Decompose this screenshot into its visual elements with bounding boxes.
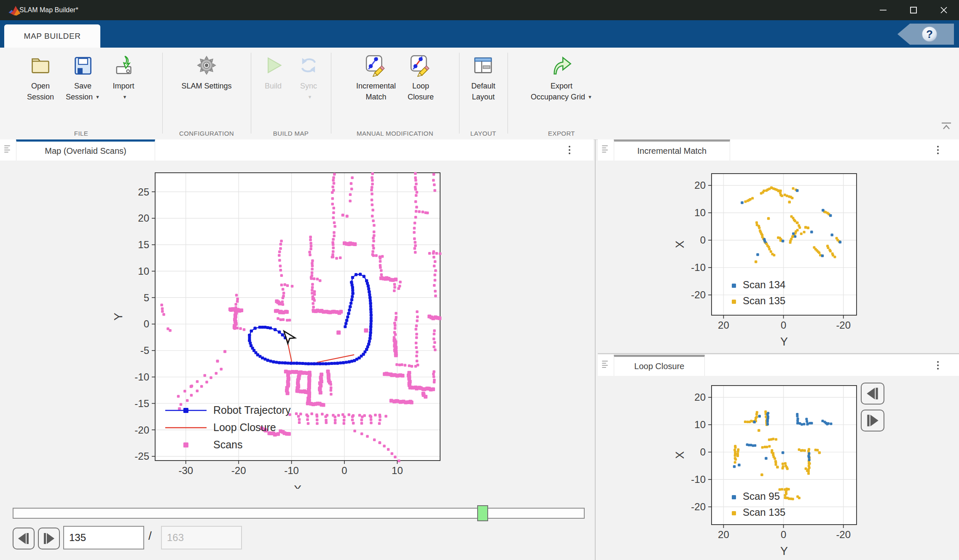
svg-text:-20: -20	[836, 319, 851, 331]
incremental-panel-menu-icon[interactable]	[932, 144, 943, 156]
incremental-panel-tabstrip: Incremental Match	[598, 139, 959, 161]
svg-text:X: X	[674, 241, 686, 248]
loop-panel-tabstrip: Loop Closure	[598, 355, 959, 376]
layout-icon	[471, 54, 495, 77]
map-plot[interactable]: -30-20-10010-25-20-15-10-50510152025XYRo…	[0, 161, 594, 489]
svg-text:Loop Closure: Loop Closure	[213, 421, 276, 433]
panel-grip-icon[interactable]	[602, 145, 609, 153]
svg-text:Scan 134: Scan 134	[743, 279, 785, 290]
svg-text:5: 5	[144, 292, 149, 303]
dropdown-arrow-icon: ▼	[95, 91, 100, 102]
toolbar-section-configuration: SLAM SettingsCONFIGURATION	[162, 48, 251, 139]
help-icon: ?	[920, 25, 939, 43]
export-occupancy-grid-label: ExportOccupancy Grid▼	[531, 80, 592, 103]
svg-text:10: 10	[694, 419, 706, 430]
scan-slider-handle[interactable]	[477, 505, 488, 521]
incremental-match-button[interactable]: IncrementalMatch	[352, 52, 400, 104]
next-icon	[42, 532, 56, 545]
svg-text:0: 0	[781, 319, 786, 331]
toolbar-section-label: LAYOUT	[459, 130, 508, 137]
matlab-logo-icon	[8, 5, 21, 16]
build-button: Build	[257, 52, 289, 93]
sync-button: Sync▼	[293, 52, 325, 105]
save-session-label: SaveSession▼	[66, 80, 100, 103]
previous-scan-button[interactable]	[13, 528, 35, 549]
gear-icon	[195, 54, 218, 77]
default-layout-button[interactable]: DefaultLayout	[467, 52, 500, 104]
svg-text:-15: -15	[134, 398, 149, 409]
toolbar-section-label: MANUAL MODIFICATION	[331, 130, 459, 137]
incremental-match-label: IncrementalMatch	[356, 80, 396, 102]
loop-previous-match-button[interactable]	[861, 383, 884, 405]
scan-slider-track[interactable]	[13, 508, 585, 519]
loop-panel-menu-icon[interactable]	[932, 359, 943, 372]
loop-closure-plot[interactable]: 200-2020100-10-20YXScan 95Scan 135	[598, 376, 959, 560]
svg-text:25: 25	[138, 186, 149, 198]
current-scan-input[interactable]	[63, 526, 144, 549]
svg-text:-20: -20	[691, 289, 706, 300]
toolbar-section-label: CONFIGURATION	[162, 130, 251, 137]
svg-text:20: 20	[694, 391, 706, 403]
save-session-button[interactable]: SaveSession▼	[62, 52, 104, 105]
toolbar-section-layout: DefaultLayoutLAYOUT	[459, 48, 508, 139]
ribbon-bar: MAP BUILDER ?	[0, 20, 959, 48]
loop-closure-label: LoopClosure	[408, 80, 434, 102]
svg-text:20: 20	[718, 319, 729, 331]
export-icon	[550, 54, 573, 77]
incremental-match-plot[interactable]: 200-2020100-10-20YXScan 134Scan 135	[598, 161, 959, 352]
import-icon	[112, 54, 135, 77]
svg-text:Robot Trajectory: Robot Trajectory	[213, 404, 291, 416]
loop-closure-button[interactable]: LoopClosure	[403, 52, 438, 104]
maximize-button[interactable]	[898, 0, 929, 20]
svg-text:Scan 135: Scan 135	[743, 506, 785, 518]
svg-text:-20: -20	[691, 501, 706, 512]
slam-settings-button[interactable]: SLAM Settings	[177, 52, 236, 93]
svg-text:0: 0	[341, 465, 347, 476]
tab-incremental-match[interactable]: Incremental Match	[614, 139, 730, 161]
svg-text:X: X	[294, 483, 302, 489]
svg-text:Y: Y	[112, 313, 125, 321]
panel-grip-icon[interactable]	[602, 361, 609, 368]
default-layout-label: DefaultLayout	[471, 80, 495, 102]
window-title: SLAM Map Builder*	[19, 6, 78, 14]
vertical-splitter[interactable]	[595, 139, 596, 560]
horizontal-splitter[interactable]	[598, 353, 959, 354]
slam-settings-label: SLAM Settings	[181, 80, 231, 91]
svg-text:0: 0	[781, 529, 786, 540]
collapse-ribbon-icon[interactable]	[939, 121, 954, 132]
loop-edit-icon	[409, 54, 432, 77]
close-button[interactable]	[929, 0, 959, 20]
help-button[interactable]: ?	[897, 24, 954, 45]
svg-text:0: 0	[144, 318, 149, 330]
tab-map-overlaid-scans[interactable]: Map (Overlaid Scans)	[16, 139, 155, 161]
svg-text:Scan 95: Scan 95	[743, 490, 780, 502]
match-edit-icon	[364, 54, 388, 77]
dropdown-arrow-icon: ▼	[123, 91, 127, 102]
svg-text:Scans: Scans	[213, 439, 242, 450]
panel-grip-icon[interactable]	[4, 145, 11, 153]
svg-text:0: 0	[700, 234, 706, 246]
svg-text:-20: -20	[231, 465, 246, 476]
tab-loop-closure[interactable]: Loop Closure	[614, 355, 705, 376]
svg-text:-25: -25	[134, 450, 149, 462]
svg-text:Y: Y	[780, 335, 788, 348]
title-bar: SLAM Map Builder*	[0, 0, 959, 20]
toolbar-section-label: EXPORT	[508, 130, 615, 137]
svg-text:-10: -10	[284, 465, 299, 476]
svg-text:15: 15	[138, 239, 149, 250]
toolbar-section-build-map: BuildSync▼BUILD MAP	[251, 48, 331, 139]
next-scan-button[interactable]	[38, 528, 60, 549]
import-button[interactable]: Import▼	[107, 52, 140, 105]
open-session-button[interactable]: OpenSession	[23, 52, 58, 104]
minimize-button[interactable]	[868, 0, 898, 20]
toolbar-section-label: FILE	[0, 130, 162, 137]
loop-next-match-button[interactable]	[861, 410, 884, 431]
svg-text:20: 20	[694, 180, 706, 191]
previous-icon	[865, 387, 880, 400]
toolbar-section-export: ExportOccupancy Grid▼EXPORT	[508, 48, 615, 139]
svg-text:-10: -10	[691, 262, 706, 273]
tab-map-builder[interactable]: MAP BUILDER	[4, 24, 100, 48]
map-panel-menu-icon[interactable]	[564, 144, 575, 156]
svg-text:Y: Y	[780, 545, 788, 557]
export-occupancy-grid-button[interactable]: ExportOccupancy Grid▼	[527, 52, 596, 105]
